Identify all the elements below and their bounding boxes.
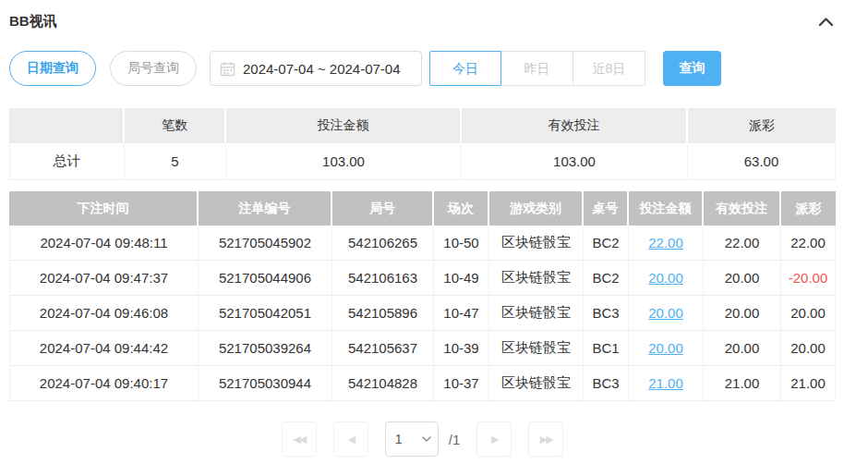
quick-range-today[interactable]: 今日 [429, 51, 501, 86]
panel-header: BB视讯 [9, 0, 836, 31]
summary-header-payout: 派彩 [688, 108, 836, 143]
summary-payout-value: 63.00 [688, 143, 836, 180]
cell-game-type: 区块链骰宝 [489, 261, 584, 296]
bet-amount-link[interactable]: 20.00 [648, 305, 683, 321]
bet-amount-link[interactable]: 21.00 [648, 375, 683, 391]
cell-bet-amount: 20.00 [629, 296, 704, 331]
col-round-no: 局号 [332, 191, 434, 226]
next-page-button[interactable]: ▶ [476, 421, 512, 457]
filter-toolbar: 日期查询 局号查询 2024-07-04 ~ 2024-07-04 今日 [9, 51, 836, 86]
cell-payout: 20.00 [781, 331, 836, 366]
bet-amount-link[interactable]: 22.00 [648, 235, 683, 250]
right-arrow-icon: ▶ [491, 433, 497, 445]
col-table-no: 桌号 [584, 191, 629, 226]
cell-game-type: 区块链骰宝 [489, 366, 584, 401]
cell-game-type: 区块链骰宝 [489, 296, 584, 331]
summary-count-value: 5 [125, 143, 226, 180]
summary-total-row: 总计 5 103.00 103.00 63.00 [9, 143, 836, 180]
cell-round-no: 542104828 [332, 366, 434, 401]
summary-header-valid: 有效投注 [462, 108, 688, 143]
page-select[interactable]: 1 [385, 421, 439, 457]
double-left-arrow-icon: ◀◀ [293, 433, 305, 445]
date-query-tab[interactable]: 日期查询 [9, 51, 96, 86]
first-page-button[interactable]: ◀◀ [282, 421, 317, 457]
collapse-button[interactable] [816, 15, 836, 29]
cell-bet-amount: 21.00 [629, 366, 704, 401]
cell-table-no: BC3 [584, 366, 629, 401]
col-valid-bet: 有效投注 [704, 191, 781, 226]
cell-round-no: 542106265 [332, 226, 434, 261]
cell-round-no: 542105637 [332, 331, 434, 366]
cell-session: 10-37 [434, 366, 489, 401]
cell-payout: 20.00 [781, 296, 836, 331]
bb-video-panel: BB视讯 日期查询 局号查询 [0, 0, 868, 457]
pagination: ◀◀ ◀ 1 /1 ▶ ▶▶ [9, 421, 836, 457]
summary-valid-value: 103.00 [462, 143, 688, 180]
table-row: 2024-07-04 09:46:08 521705042051 5421058… [9, 296, 836, 331]
date-range-value: 2024-07-04 ~ 2024-07-04 [243, 61, 401, 77]
col-bet-time: 下注时间 [9, 191, 199, 226]
cell-bet-time: 2024-07-04 09:47:37 [9, 261, 199, 296]
cell-table-no: BC3 [584, 296, 629, 331]
cell-session: 10-49 [434, 261, 489, 296]
cell-order-no: 521705039264 [199, 331, 332, 366]
col-game-type: 游戏类别 [489, 191, 584, 226]
cell-payout: -20.00 [781, 261, 836, 296]
table-row: 2024-07-04 09:47:37 521705044906 5421061… [9, 261, 836, 296]
summary-bet-value: 103.00 [226, 143, 462, 180]
summary-header-count: 笔数 [125, 108, 226, 143]
left-arrow-icon: ◀ [348, 433, 354, 445]
cell-order-no: 521705045902 [199, 226, 332, 261]
total-pages-label: /1 [449, 432, 461, 447]
panel-title: BB视讯 [9, 13, 57, 31]
cell-bet-time: 2024-07-04 09:40:17 [9, 366, 199, 401]
col-session: 场次 [434, 191, 489, 226]
cell-table-no: BC1 [584, 331, 629, 366]
cell-bet-time: 2024-07-04 09:48:11 [9, 226, 199, 261]
cell-valid-bet: 21.00 [704, 366, 781, 401]
summary-header-row: 笔数 投注金额 有效投注 派彩 [9, 108, 836, 143]
summary-header-bet: 投注金额 [226, 108, 462, 143]
cell-order-no: 521705044906 [199, 261, 332, 296]
last-page-button[interactable]: ▶▶ [528, 421, 563, 457]
cell-payout: 22.00 [781, 226, 836, 261]
table-header-row: 下注时间 注单编号 局号 场次 游戏类别 桌号 投注金额 有效投注 派彩 [9, 191, 836, 226]
cell-valid-bet: 22.00 [704, 226, 781, 261]
bet-amount-link[interactable]: 20.00 [648, 270, 683, 286]
bet-records-table: 下注时间 注单编号 局号 场次 游戏类别 桌号 投注金额 有效投注 派彩 202… [9, 191, 836, 401]
quick-range-last8days[interactable]: 近8日 [573, 51, 645, 86]
cell-valid-bet: 20.00 [704, 331, 781, 366]
table-row: 2024-07-04 09:48:11 521705045902 5421062… [9, 226, 836, 261]
chevron-up-icon [818, 16, 834, 30]
double-right-arrow-icon: ▶▶ [540, 433, 552, 445]
cell-valid-bet: 20.00 [704, 296, 781, 331]
col-payout: 派彩 [781, 191, 836, 226]
calendar-icon [220, 61, 235, 77]
col-bet-amount: 投注金额 [629, 191, 704, 226]
cell-round-no: 542106163 [332, 261, 434, 296]
table-row: 2024-07-04 09:40:17 521705030944 5421048… [9, 366, 836, 401]
bet-amount-link[interactable]: 20.00 [648, 340, 683, 356]
page-select-wrap: 1 [385, 421, 439, 457]
prev-page-button[interactable]: ◀ [333, 421, 368, 457]
cell-session: 10-50 [434, 226, 489, 261]
cell-game-type: 区块链骰宝 [489, 226, 584, 261]
cell-bet-amount: 20.00 [629, 261, 704, 296]
date-range-input[interactable]: 2024-07-04 ~ 2024-07-04 [210, 51, 422, 86]
cell-bet-time: 2024-07-04 09:46:08 [9, 296, 199, 331]
cell-bet-time: 2024-07-04 09:44:42 [9, 331, 199, 366]
col-order-no: 注单编号 [199, 191, 332, 226]
cell-round-no: 542105896 [332, 296, 434, 331]
cell-bet-amount: 22.00 [629, 226, 704, 261]
cell-session: 10-39 [434, 331, 489, 366]
cell-order-no: 521705042051 [199, 296, 332, 331]
round-query-tab[interactable]: 局号查询 [110, 51, 197, 86]
quick-range-yesterday[interactable]: 昨日 [501, 51, 573, 86]
quick-range-group: 今日 昨日 近8日 [429, 51, 645, 86]
summary-total-label: 总计 [9, 143, 125, 180]
cell-payout: 21.00 [781, 366, 836, 401]
search-button[interactable]: 查询 [663, 51, 721, 86]
cell-bet-amount: 20.00 [629, 331, 704, 366]
summary-table: 笔数 投注金额 有效投注 派彩 总计 5 103.00 103.00 63.00 [9, 108, 836, 180]
summary-header-blank [9, 108, 125, 143]
